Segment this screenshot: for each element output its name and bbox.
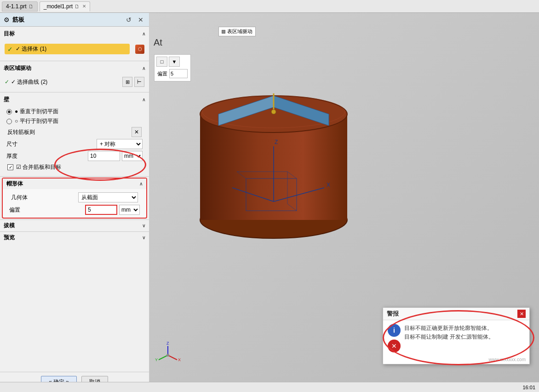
wall-radio1-fill (8, 110, 11, 113)
panel-header: ⚙ 筋板 ↺ ✕ (0, 13, 149, 27)
at-text: At (154, 37, 162, 48)
target-check-icon: ✓ (7, 46, 13, 53)
geometry-label: 几何体 (11, 194, 29, 202)
cap-label: 帽形体 (6, 180, 23, 188)
target-select-label: ✓ 选择体 (1) (16, 45, 46, 53)
reverse-row: 反转筋板则 ✕ (5, 126, 144, 138)
warning-header: 警报 ✕ (383, 308, 529, 320)
viewport-label-dot (222, 30, 225, 34)
cap-offset-input-row: mm (85, 205, 140, 215)
main-layout: ⚙ 筋板 ↺ ✕ 目标 ∧ ✓ ✓ 选择体 (1) (0, 13, 539, 392)
surface-drive-check-icon: ✓ (5, 79, 9, 85)
surface-drive-item: ✓ ✓ 选择曲线 (2) (5, 78, 120, 86)
close-panel-button[interactable]: ✕ (136, 15, 145, 24)
merge-checkbox[interactable]: ✓ (7, 164, 13, 170)
wall-radio2[interactable] (6, 119, 12, 124)
merge-checkbox-row: ✓ ☑ 合并筋板和目标 (5, 162, 144, 173)
svg-text:X: X (327, 182, 330, 188)
cap-content: 几何体 从截面 偏置 mm (3, 189, 146, 218)
warning-watermark: www.xxxxxxx.com (383, 356, 529, 364)
cap-chevron: ∧ (139, 181, 143, 186)
warning-close-button[interactable]: ✕ (517, 310, 526, 318)
wall-radio1[interactable] (6, 109, 12, 115)
axis-indicator: X Y Z (154, 341, 182, 369)
cap-offset-input[interactable] (85, 205, 117, 215)
reverse-label: 反转筋板则 (7, 128, 35, 136)
size-label: 尺寸 (6, 140, 17, 148)
surface-drive-label: 表区域驱动 (4, 64, 31, 72)
warning-msg-2: 目标不能让制制建 开发仁源智能体。 (404, 333, 494, 341)
thickness-unit-select[interactable]: mm (122, 151, 143, 161)
svg-line-20 (168, 355, 177, 360)
float-offset-label: 偏置 (157, 70, 167, 77)
svg-line-22 (159, 355, 168, 360)
surface-drive-select-label: ✓ 选择曲线 (2) (11, 78, 47, 86)
wall-label: 壁 (4, 96, 9, 104)
size-row: 尺寸 + 对称 (5, 138, 144, 150)
preview-row[interactable]: 预览 ∨ (0, 231, 149, 243)
status-bar: 16:01 (0, 382, 539, 392)
tab-file2[interactable]: _model1.prt 🗋 ✕ (40, 1, 90, 12)
tab-file1[interactable]: 4-1.1.prt 🗋 (2, 1, 38, 12)
thickness-label: 厚度 (6, 152, 17, 160)
tab-close-button[interactable]: ✕ (82, 4, 86, 9)
cap-section: 帽形体 ∧ 几何体 从截面 偏置 mm (2, 178, 147, 219)
viewport-label-text: 表区域驱动 (227, 28, 252, 35)
surface-icon-1[interactable]: ⊞ (122, 77, 132, 87)
target-chevron: ∧ (142, 31, 145, 36)
cap-section-header[interactable]: 帽形体 ∧ (3, 179, 146, 189)
status-time: 16:01 (522, 385, 535, 390)
svg-text:Z: Z (166, 341, 169, 346)
float-btn-shape[interactable]: □ (156, 57, 167, 67)
size-select[interactable]: + 对称 (97, 139, 143, 149)
target-section: 目标 ∧ ✓ ✓ 选择体 (1) ⬡ (0, 27, 149, 61)
viewport[interactable]: At 表区域驱动 □ ▼ 偏置 (149, 13, 539, 392)
geometry-select[interactable]: 从截面 (78, 192, 138, 202)
tab-label-2: _model1.prt (44, 3, 73, 10)
target-select-row: ✓ ✓ 选择体 (1) ⬡ (5, 42, 144, 56)
warning-icon-area: i ✕ (388, 324, 401, 352)
thickness-row: 厚度 mm (5, 150, 144, 162)
target-3d-icon: ⬡ (135, 45, 144, 54)
wall-section-header[interactable]: 壁 ∧ (0, 94, 149, 105)
surface-drive-icons: ⊞ ⊢ (122, 77, 144, 87)
reverse-icon[interactable]: ✕ (132, 127, 142, 137)
target-section-header[interactable]: 目标 ∧ (0, 29, 149, 39)
draft-chevron: ∨ (142, 223, 145, 228)
target-content: ✓ ✓ 选择体 (1) ⬡ (0, 39, 149, 59)
gear-icon: ⚙ (4, 16, 10, 23)
tab-label-1: 4-1.1.prt (6, 3, 27, 10)
wall-chevron: ∧ (142, 97, 145, 102)
preview-label: 预览 (4, 234, 15, 242)
thickness-input[interactable] (88, 151, 120, 161)
file-icon-1: 🗋 (29, 4, 34, 9)
preview-chevron: ∨ (142, 235, 145, 240)
wall-option2-row: ○ 平行于剖切平面 (5, 116, 144, 126)
surface-icon-2[interactable]: ⊢ (134, 77, 144, 87)
warning-title: 警报 (387, 310, 399, 318)
cap-offset-unit-select[interactable]: mm (119, 205, 140, 215)
reset-button[interactable]: ↺ (124, 15, 133, 24)
warning-body: i ✕ 目标不能正确更新开放轮廓智能体。 目标不能让制制建 开发仁源智能体。 (383, 320, 529, 356)
draft-row[interactable]: 拔模 ∨ (0, 219, 149, 231)
svg-text:Y: Y (155, 357, 158, 362)
error-icon: ✕ (388, 340, 401, 352)
warning-text: 目标不能正确更新开放轮廓智能体。 目标不能让制制建 开发仁源智能体。 (404, 324, 494, 341)
svg-point-8 (271, 110, 276, 114)
surface-drive-select-row: ✓ ✓ 选择曲线 (2) ⊞ ⊢ (5, 77, 144, 87)
svg-text:Z: Z (275, 139, 278, 145)
thickness-input-row: mm (88, 151, 143, 161)
target-select-item: ✓ ✓ 选择体 (1) (5, 44, 130, 54)
surface-drive-header[interactable]: 表区域驱动 ∧ (0, 63, 149, 74)
panel-title: 筋板 (12, 16, 24, 24)
svg-point-26 (166, 354, 169, 357)
surface-drive-chevron: ∧ (142, 66, 145, 71)
wall-section: 壁 ∧ ● 垂直于剖切平面 ○ 平行于剖切平面 反转筋板则 ✕ (0, 92, 149, 177)
geometry-row: 几何体 从截面 (7, 191, 142, 204)
title-bar: 4-1.1.prt 🗋 _model1.prt 🗋 ✕ (0, 0, 539, 13)
wall-option1-row: ● 垂直于剖切平面 (5, 107, 144, 116)
file-icon-2: 🗋 (75, 4, 80, 9)
warning-msg-1: 目标不能正确更新开放轮廓智能体。 (404, 324, 494, 333)
draft-label: 拔模 (4, 222, 15, 230)
surface-drive-content: ✓ ✓ 选择曲线 (2) ⊞ ⊢ (0, 74, 149, 90)
